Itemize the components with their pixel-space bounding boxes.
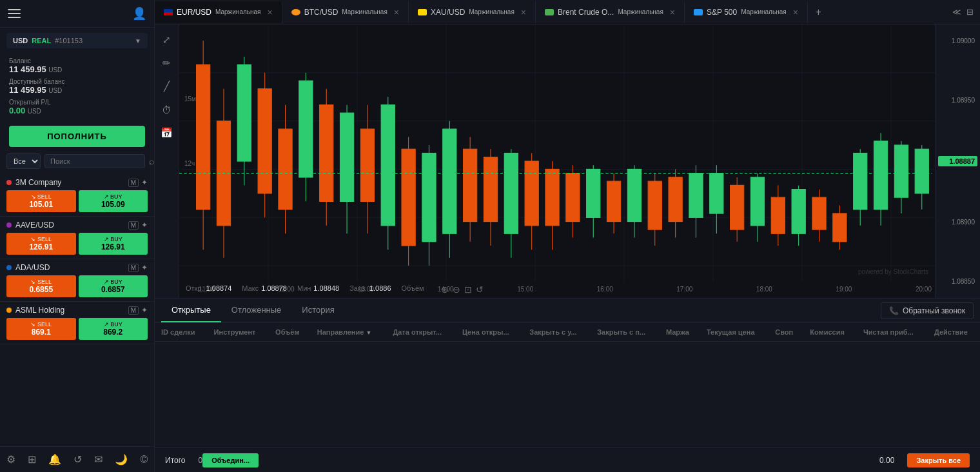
tab-label: BTC/USD xyxy=(304,8,338,17)
category-filter[interactable]: Все xyxy=(6,153,41,169)
tab-open-positions[interactable]: Открытые xyxy=(161,299,221,322)
open-label: Откр. xyxy=(186,284,204,295)
tab-eurusd[interactable]: EUR/USD Маржинальная × xyxy=(155,1,282,23)
tab-history[interactable]: История xyxy=(291,299,344,322)
tab-close-icon[interactable]: × xyxy=(267,7,272,17)
sell-button[interactable]: ↘ SELL 105.01 xyxy=(6,190,76,212)
search-input[interactable] xyxy=(44,154,145,168)
buy-button[interactable]: ↗ BUY 105.09 xyxy=(79,190,148,212)
sidebar: 👤 USD REAL #101153 ▼ Баланс 11 459.95 US… xyxy=(0,0,155,472)
svg-rect-62 xyxy=(689,173,703,218)
tab-sublabel: Маржинальная xyxy=(469,8,514,15)
balance-amount: 11 459.95 xyxy=(9,64,46,74)
interval-15m-label: 15м xyxy=(184,95,196,103)
chart-collapse-icon[interactable]: ≪ xyxy=(952,7,961,17)
svg-rect-60 xyxy=(669,177,682,222)
menu-icon[interactable] xyxy=(8,9,21,18)
col-id: ID сделки xyxy=(155,323,208,342)
buy-button[interactable]: ↗ BUY 0.6857 xyxy=(79,275,148,297)
close-all-button[interactable]: Закрыть все xyxy=(907,453,970,467)
refresh-icon[interactable]: ↺ xyxy=(74,453,82,466)
zoom-out-icon[interactable]: ⊖ xyxy=(453,284,460,295)
svg-rect-70 xyxy=(771,197,785,233)
interval-12h-label: 12ч xyxy=(184,160,195,167)
svg-rect-34 xyxy=(402,149,415,246)
margin-badge: M xyxy=(128,221,139,230)
notification-icon[interactable]: 🔔 xyxy=(48,453,61,466)
tab-brent[interactable]: Brent Crude O... Маржинальная × xyxy=(536,1,685,23)
price-level-1: 1.09000 xyxy=(938,37,977,44)
tab-close-icon[interactable]: × xyxy=(793,7,798,17)
star-icon[interactable]: ✦ xyxy=(141,263,148,272)
draw-tool[interactable]: ✏ xyxy=(158,54,176,72)
svg-rect-18 xyxy=(237,64,251,161)
chart-area: ⤢ ✏ ╱ ⏱ 📅 15м 12ч xyxy=(155,25,980,298)
svg-rect-78 xyxy=(854,153,867,210)
tab-close-icon[interactable]: × xyxy=(670,7,675,17)
total-value: 0 xyxy=(198,456,202,465)
account-selector[interactable]: USD REAL #101153 ▼ xyxy=(6,33,148,48)
settings-icon[interactable]: ⚙ xyxy=(6,453,15,466)
col-close-tp: Закрыть с п... xyxy=(591,323,660,342)
tab-xauusd[interactable]: XAU/USD Маржинальная × xyxy=(409,1,536,23)
reset-icon[interactable]: ↺ xyxy=(476,284,484,295)
instrument-indicator xyxy=(6,308,12,313)
zoom-in-icon[interactable]: ⊕ xyxy=(441,284,449,295)
clock-tool[interactable]: ⏱ xyxy=(158,101,176,119)
cursor-tool[interactable]: ⤢ xyxy=(158,31,176,49)
user-avatar-icon[interactable]: 👤 xyxy=(132,6,146,21)
tab-close-icon[interactable]: × xyxy=(394,7,399,17)
svg-rect-56 xyxy=(627,169,641,221)
sidebar-footer: ⚙ ⊞ 🔔 ↺ ✉ 🌙 © xyxy=(0,446,154,472)
callback-button[interactable]: 📞 Обратный звонок xyxy=(881,302,974,319)
price-level-4: 1.08850 xyxy=(938,278,977,285)
col-margin: Маржа xyxy=(660,323,700,342)
tab-pending-orders[interactable]: Отложенные xyxy=(221,299,291,322)
ohlcv-bar: Откр. 1.08874 Макс 1.08878 Мин 1.08848 З… xyxy=(186,284,484,295)
svg-rect-58 xyxy=(648,181,662,230)
buy-button[interactable]: ↗ BUY 126.91 xyxy=(79,233,148,255)
svg-rect-40 xyxy=(464,149,477,221)
margin-badge: M xyxy=(128,264,139,272)
theme-icon[interactable]: 🌙 xyxy=(115,453,128,466)
tab-btcusd[interactable]: BTC/USD Маржинальная × xyxy=(282,1,409,23)
grid-icon[interactable]: ⊞ xyxy=(28,453,36,466)
brent-icon xyxy=(545,9,554,15)
star-icon[interactable]: ✦ xyxy=(141,178,148,187)
col-action: Действие xyxy=(928,323,980,342)
tab-label: EUR/USD xyxy=(177,8,211,17)
tab-close-icon[interactable]: × xyxy=(521,7,526,17)
col-net-profit: Чистая приб... xyxy=(857,323,928,342)
tab-sp500[interactable]: S&P 500 Маржинальная × xyxy=(685,1,808,23)
candlestick-chart xyxy=(179,25,980,298)
chart-settings-icon[interactable]: ⊟ xyxy=(966,7,974,17)
volume-label: Объём xyxy=(402,284,424,295)
col-volume: Объём xyxy=(269,323,311,342)
btcusd-icon xyxy=(291,9,300,15)
sell-button[interactable]: ↘ SELL 869.1 xyxy=(6,318,76,340)
line-tool[interactable]: ╱ xyxy=(158,77,176,95)
positions-table-container: ID сделки Инструмент Объём Направление ▼… xyxy=(155,323,980,447)
callback-label: Обратный звонок xyxy=(903,306,965,315)
col-open-date: Дата открыт... xyxy=(386,323,456,342)
instrument-name: AAVE/USD xyxy=(15,221,124,230)
fit-icon[interactable]: ⊡ xyxy=(464,284,472,295)
star-icon[interactable]: ✦ xyxy=(141,306,148,315)
time-label-1600: 16:00 xyxy=(597,286,613,293)
star-icon[interactable]: ✦ xyxy=(141,221,148,230)
available-label: Доступный баланс xyxy=(9,78,145,85)
search-button[interactable]: ⌕ xyxy=(149,156,154,166)
calendar-tool[interactable]: 📅 xyxy=(158,124,176,142)
add-tab-button[interactable]: + xyxy=(808,1,829,24)
deposit-button[interactable]: ПОПОЛНИТЬ xyxy=(9,126,145,147)
svg-rect-64 xyxy=(710,173,723,213)
merge-button[interactable]: Объедин... xyxy=(202,453,259,467)
svg-rect-68 xyxy=(750,177,764,226)
mail-icon[interactable]: ✉ xyxy=(94,453,103,466)
buy-button[interactable]: ↗ BUY 869.2 xyxy=(79,318,148,340)
svg-rect-44 xyxy=(504,153,518,234)
copyright-icon: © xyxy=(141,454,148,466)
instrument-indicator xyxy=(6,222,12,228)
sell-button[interactable]: ↘ SELL 126.91 xyxy=(6,233,76,255)
sell-button[interactable]: ↘ SELL 0.6855 xyxy=(6,275,76,297)
